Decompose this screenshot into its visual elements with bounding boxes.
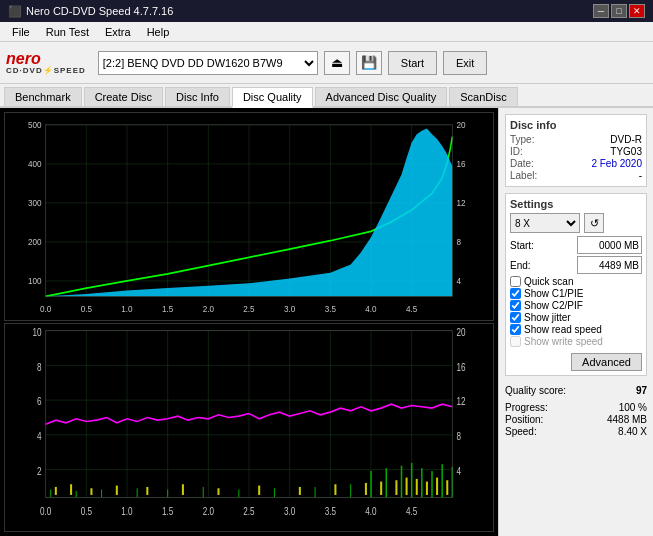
end-input[interactable] (577, 256, 642, 274)
tab-benchmark[interactable]: Benchmark (4, 87, 82, 106)
svg-text:8: 8 (456, 237, 461, 248)
progress-value: 100 % (619, 402, 647, 413)
position-row: Position: 4488 MB (505, 414, 647, 425)
svg-text:4: 4 (37, 430, 42, 442)
quick-scan-row[interactable]: Quick scan (510, 276, 642, 287)
svg-text:8: 8 (456, 430, 461, 442)
show-jitter-checkbox[interactable] (510, 312, 521, 323)
nero-text: nero (6, 51, 41, 67)
disc-date-row: Date: 2 Feb 2020 (510, 158, 642, 169)
tab-create-disc[interactable]: Create Disc (84, 87, 163, 106)
svg-text:500: 500 (28, 120, 42, 131)
svg-text:4.5: 4.5 (406, 505, 417, 517)
exit-button[interactable]: Exit (443, 51, 487, 75)
disc-id-label: ID: (510, 146, 523, 157)
svg-text:0.0: 0.0 (40, 505, 51, 517)
progress-label: Progress: (505, 402, 548, 413)
tab-disc-quality[interactable]: Disc Quality (232, 87, 313, 108)
close-button[interactable]: ✕ (629, 4, 645, 18)
svg-text:4.0: 4.0 (365, 505, 376, 517)
show-c1pie-checkbox[interactable] (510, 288, 521, 299)
svg-text:2.5: 2.5 (243, 303, 254, 314)
disc-label-label: Label: (510, 170, 537, 181)
show-read-speed-row[interactable]: Show read speed (510, 324, 642, 335)
svg-text:3.5: 3.5 (325, 303, 336, 314)
titlebar-title: ⬛ Nero CD-DVD Speed 4.7.7.16 (8, 5, 173, 18)
show-read-speed-checkbox[interactable] (510, 324, 521, 335)
start-label: Start: (510, 240, 534, 251)
show-c2pif-row[interactable]: Show C2/PIF (510, 300, 642, 311)
svg-text:2.0: 2.0 (203, 505, 214, 517)
svg-text:6: 6 (37, 395, 42, 407)
svg-text:1.0: 1.0 (121, 505, 132, 517)
show-c2pif-checkbox[interactable] (510, 300, 521, 311)
svg-text:0.5: 0.5 (81, 505, 92, 517)
tab-advanced-disc-quality[interactable]: Advanced Disc Quality (315, 87, 448, 106)
start-button[interactable]: Start (388, 51, 437, 75)
disc-info-title: Disc info (510, 119, 642, 131)
show-c2pif-label: Show C2/PIF (524, 300, 583, 311)
quick-scan-checkbox[interactable] (510, 276, 521, 287)
speed-row: Speed: 8.40 X (505, 426, 647, 437)
menu-help[interactable]: Help (139, 24, 178, 40)
toolbar: nero CD·DVD⚡SPEED [2:2] BENQ DVD DD DW16… (0, 42, 653, 84)
drive-select[interactable]: [2:2] BENQ DVD DD DW1620 B7W9 (98, 51, 318, 75)
chart-top: 500 400 300 200 100 20 16 12 8 4 0.0 0.5… (4, 112, 494, 321)
menu-run-test[interactable]: Run Test (38, 24, 97, 40)
nero-logo: nero CD·DVD⚡SPEED (6, 51, 86, 75)
quality-score-row: Quality score: 97 (505, 385, 647, 396)
chart-bottom: 10 8 6 4 2 20 16 12 8 4 0.0 0.5 1.0 1.5 … (4, 323, 494, 532)
svg-text:4.0: 4.0 (365, 303, 376, 314)
svg-text:3.0: 3.0 (284, 303, 295, 314)
svg-text:3.5: 3.5 (325, 505, 336, 517)
minimize-button[interactable]: ─ (593, 4, 609, 18)
show-read-speed-label: Show read speed (524, 324, 602, 335)
svg-text:20: 20 (456, 120, 465, 131)
show-jitter-label: Show jitter (524, 312, 571, 323)
disc-label-value: - (639, 170, 642, 181)
disc-label-row: Label: - (510, 170, 642, 181)
position-value: 4488 MB (607, 414, 647, 425)
speed-select[interactable]: 8 X 1 X 2 X 4 X MAX (510, 213, 580, 233)
disc-type-row: Type: DVD-R (510, 134, 642, 145)
end-label: End: (510, 260, 531, 271)
start-input[interactable] (577, 236, 642, 254)
tabs: Benchmark Create Disc Disc Info Disc Qua… (0, 84, 653, 108)
settings-title: Settings (510, 198, 642, 210)
svg-text:4: 4 (456, 276, 461, 287)
quality-score-label: Quality score: (505, 385, 566, 396)
tab-scandisc[interactable]: ScanDisc (449, 87, 517, 106)
show-write-speed-label: Show write speed (524, 336, 603, 347)
svg-text:100: 100 (28, 276, 42, 287)
svg-text:200: 200 (28, 237, 42, 248)
show-jitter-row[interactable]: Show jitter (510, 312, 642, 323)
disc-info-section: Disc info Type: DVD-R ID: TYG03 Date: 2 … (505, 114, 647, 187)
tab-disc-info[interactable]: Disc Info (165, 87, 230, 106)
app-icon: ⬛ (8, 5, 22, 18)
menu-extra[interactable]: Extra (97, 24, 139, 40)
show-c1pie-label: Show C1/PIE (524, 288, 583, 299)
disc-id-row: ID: TYG03 (510, 146, 642, 157)
cd-dvd-text: CD·DVD⚡SPEED (6, 67, 86, 75)
eject-icon-button[interactable]: ⏏ (324, 51, 350, 75)
advanced-button[interactable]: Advanced (571, 353, 642, 371)
svg-text:3.0: 3.0 (284, 505, 295, 517)
refresh-icon-button[interactable]: ↺ (584, 213, 604, 233)
maximize-button[interactable]: □ (611, 4, 627, 18)
svg-text:20: 20 (456, 326, 465, 338)
svg-text:4: 4 (456, 465, 461, 477)
show-write-speed-row: Show write speed (510, 336, 642, 347)
quality-score-value: 97 (636, 385, 647, 396)
chart-top-svg: 500 400 300 200 100 20 16 12 8 4 0.0 0.5… (5, 113, 493, 320)
svg-text:0.0: 0.0 (40, 303, 51, 314)
menu-file[interactable]: File (4, 24, 38, 40)
svg-text:16: 16 (456, 361, 465, 373)
svg-text:2.5: 2.5 (243, 505, 254, 517)
svg-text:4.5: 4.5 (406, 303, 417, 314)
svg-text:16: 16 (456, 159, 465, 170)
disc-type-label: Type: (510, 134, 534, 145)
show-c1pie-row[interactable]: Show C1/PIE (510, 288, 642, 299)
disc-date-value: 2 Feb 2020 (591, 158, 642, 169)
svg-text:300: 300 (28, 198, 42, 209)
save-icon-button[interactable]: 💾 (356, 51, 382, 75)
